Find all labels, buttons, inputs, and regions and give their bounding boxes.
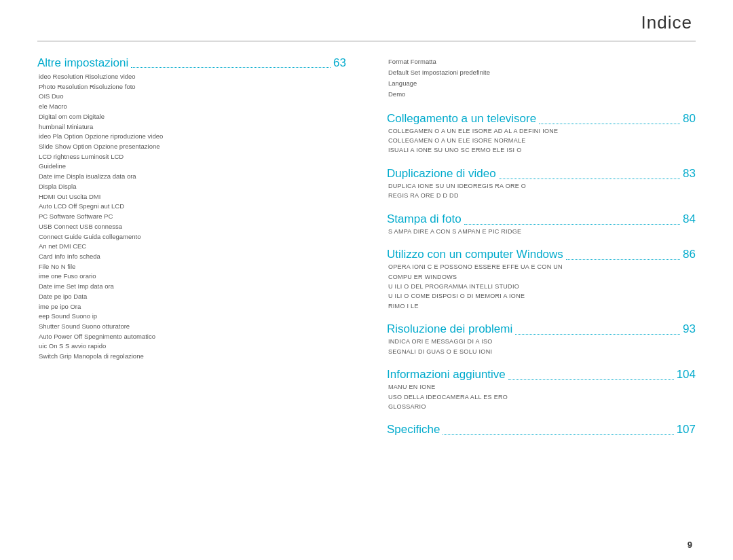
right-section: Collegamento a un televisore80COLLEGAMEN…: [387, 111, 696, 155]
section-heading: Risoluzione dei problemi93: [387, 322, 696, 337]
list-item: ideo Resolution Risoluzione video: [39, 72, 346, 82]
list-item: Demo: [388, 89, 696, 100]
list-item: eep Sound Suono ip: [39, 312, 346, 322]
list-item: Date pe ipo Data: [39, 292, 346, 302]
list-item: OIS Duo: [39, 92, 346, 102]
list-item: GLOSSARIO: [388, 402, 696, 411]
list-item: Connect Guide Guida collegamento: [39, 232, 346, 242]
right-section: Specifiche107: [387, 422, 696, 437]
section-sub-items: COLLEGAMEN O A UN ELE ISORE AD AL A DEFI…: [388, 126, 696, 155]
left-column: Altre impostazioni 63 ideo Resolution Ri…: [37, 51, 353, 533]
list-item: Switch Grip Manopola di regolazione: [39, 352, 346, 362]
list-item: ideo Pla Option Opzione riproduzione vid…: [39, 132, 346, 142]
right-top-items: Format FormattaDefault Set Impostazioni …: [388, 56, 696, 100]
list-item: File No N file: [39, 262, 346, 272]
section-heading-text: Informazioni aggiuntive: [387, 367, 506, 382]
list-item: COLLEGAMEN O A UN ELE ISORE NORMALE: [388, 136, 696, 145]
section-dots: [508, 379, 674, 380]
left-sub-items: ideo Resolution Risoluzione videoPhoto R…: [39, 72, 346, 362]
list-item: Auto Power Off Spegnimento automatico: [39, 332, 346, 342]
list-item: HDMI Out Uscita DMI: [39, 192, 346, 202]
list-item: Auto LCD Off Spegni aut LCD: [39, 202, 346, 212]
right-section: Duplicazione di video83DUPLICA IONE SU U…: [387, 166, 696, 201]
list-item: COLLEGAMEN O A UN ELE ISORE AD AL A DEFI…: [388, 126, 696, 136]
list-item: DUPLICA IONE SU UN IDEOREGIS RA ORE O: [388, 181, 696, 191]
section-sub-items: S AMPA DIRE A CON S AMPAN E PIC RIDGE: [388, 227, 696, 236]
right-section: Utilizzo con un computer Windows86OPERA …: [387, 247, 696, 311]
list-item: U ILI O COME DISPOSI O DI MEMORI A IONE: [388, 291, 696, 301]
section-number: 104: [677, 367, 696, 382]
list-item: ime pe ipo Ora: [39, 302, 346, 312]
section-heading-text: Collegamento a un televisore: [387, 111, 536, 126]
list-item: USO DELLA IDEOCAMERA ALL ES ERO: [388, 392, 696, 402]
section-dots: [499, 179, 680, 179]
section-heading: Stampa di foto84: [387, 212, 696, 227]
list-item: Guideline: [39, 162, 346, 172]
list-item: Displa Displa: [39, 182, 346, 192]
section-heading-text: Duplicazione di video: [387, 166, 496, 181]
section-number: 86: [683, 247, 696, 262]
list-item: S AMPA DIRE A CON S AMPAN E PIC RIDGE: [388, 227, 696, 236]
list-item: REGIS RA ORE D D DD: [388, 191, 696, 200]
section-sub-items: DUPLICA IONE SU UN IDEOREGIS RA ORE OREG…: [388, 181, 696, 201]
section-heading-text: Stampa di foto: [387, 212, 462, 227]
section-heading-text: Specifiche: [387, 422, 440, 437]
right-sections: Collegamento a un televisore80COLLEGAMEN…: [387, 111, 696, 438]
list-item: Slide Show Option Opzione presentazione: [39, 142, 346, 152]
section-dots: [566, 259, 680, 260]
list-item: SEGNALI DI GUAS O E SOLU IONI: [388, 347, 696, 356]
section-heading: Specifiche107: [387, 422, 696, 437]
list-item: USB Connect USB connessa: [39, 222, 346, 232]
list-item: ISUALI A IONE SU UNO SC ERMO ELE ISI O: [388, 145, 696, 155]
section-sub-items: OPERA IONI C E POSSONO ESSERE EFFE UA E …: [388, 262, 696, 311]
section-heading-text: Risoluzione dei problemi: [387, 322, 512, 337]
section-heading: Informazioni aggiuntive104: [387, 367, 696, 382]
right-section: Risoluzione dei problemi93INDICA ORI E M…: [387, 322, 696, 356]
list-item: ime one Fuso orario: [39, 272, 346, 282]
list-item: RIMO I LE: [388, 301, 696, 311]
list-item: Shutter Sound Suono otturatore: [39, 322, 346, 332]
content-columns: Altre impostazioni 63 ideo Resolution Ri…: [37, 51, 696, 533]
list-item: U ILI O DEL PROGRAMMA Intelli studio: [388, 282, 696, 291]
list-item: ele Macro: [39, 102, 346, 112]
list-item: Digital om com Digitale: [39, 112, 346, 122]
list-item: COMPU ER WINDOWS: [388, 272, 696, 282]
list-item: Default Set Impostazioni predefinite: [388, 67, 696, 78]
section-dots: [515, 334, 680, 335]
bottom-page-number: 9: [688, 540, 692, 550]
section-number: 93: [683, 322, 696, 337]
section-number: 80: [683, 111, 696, 126]
section-dots: [539, 124, 680, 124]
list-item: Format Formatta: [388, 56, 696, 67]
list-item: INDICA ORI E MESSAGGI DI A ISO: [388, 337, 696, 346]
list-item: PC Software Software PC: [39, 212, 346, 222]
section-dots: [443, 434, 673, 435]
list-item: humbnail Miniatura: [39, 122, 346, 132]
section-heading: Duplicazione di video83: [387, 166, 696, 181]
list-item: uic On S S avvio rapido: [39, 341, 346, 352]
list-item: Photo Resolution Risoluzione foto: [39, 82, 346, 92]
right-column: Format FormattaDefault Set Impostazioni …: [380, 51, 696, 533]
section-heading: Collegamento a un televisore80: [387, 111, 696, 126]
list-item: Language: [388, 78, 696, 89]
title-divider: [37, 41, 696, 41]
list-item: LCD rightness Luminosit LCD: [39, 152, 346, 162]
section-number: 83: [683, 166, 696, 181]
section-sub-items: MANU EN IONEUSO DELLA IDEOCAMERA ALL ES …: [388, 382, 696, 411]
section-heading-text: Utilizzo con un computer Windows: [387, 247, 563, 262]
page: Indice Altre impostazioni 63 ideo Resolu…: [0, 0, 733, 560]
left-heading-text: Altre impostazioni: [37, 56, 128, 70]
section-number: 107: [677, 422, 696, 437]
section-sub-items: INDICA ORI E MESSAGGI DI A ISOSEGNALI DI…: [388, 337, 696, 356]
list-item: Date ime Set Imp data ora: [39, 282, 346, 292]
left-dots: [131, 67, 331, 68]
list-item: MANU EN IONE: [388, 382, 696, 392]
section-dots: [464, 224, 680, 225]
list-item: Card Info Info scheda: [39, 252, 346, 262]
list-item: OPERA IONI C E POSSONO ESSERE EFFE UA E …: [388, 262, 696, 272]
page-title: Indice: [641, 12, 692, 33]
left-main-heading: Altre impostazioni 63: [37, 56, 346, 70]
section-number: 84: [683, 212, 696, 227]
right-section: Stampa di foto84S AMPA DIRE A CON S AMPA…: [387, 212, 696, 236]
section-heading: Utilizzo con un computer Windows86: [387, 247, 696, 262]
